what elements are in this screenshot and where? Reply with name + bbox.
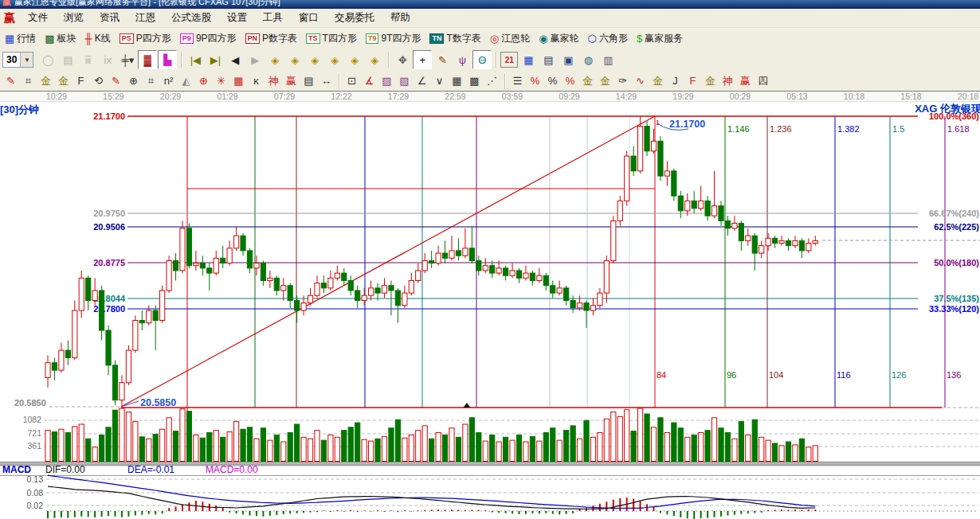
draw-tool-icon-18[interactable]: ▤: [300, 72, 317, 89]
draw-tool-icon-9[interactable]: ⌗: [143, 72, 159, 89]
menu-item-2[interactable]: 浏览: [56, 10, 92, 26]
toolbar-button-9p-square[interactable]: P99P四方形: [178, 31, 238, 46]
volume-bar: [806, 447, 811, 462]
menu-item-5[interactable]: 公式选股: [163, 10, 219, 26]
draw-tool-icon-35[interactable]: 金: [579, 72, 596, 89]
draw-tool-icon-31[interactable]: ☰: [509, 72, 526, 89]
nav-left-icon[interactable]: ◈: [265, 50, 284, 69]
toolbar-button-quotes[interactable]: ▦行情: [3, 31, 37, 46]
menu-item-6[interactable]: 设置: [219, 10, 255, 26]
volume-bar: [779, 446, 784, 462]
draw-tool-icon-38[interactable]: ∿: [632, 72, 649, 89]
nav-compress-icon[interactable]: ◈: [325, 50, 344, 69]
draw-tool-icon-1[interactable]: ✎: [2, 72, 19, 89]
price-chart-canvas[interactable]: 841.146961.2361041.3821161.51261.6181362…: [0, 102, 980, 519]
toolbar-button-hexagon[interactable]: ⬡六角形: [586, 31, 629, 46]
toolbar-button-t-number-table[interactable]: TNT数字表: [428, 31, 482, 46]
toolbar-button-winner-service[interactable]: $赢家服务: [635, 31, 684, 46]
draw-tool-icon-3[interactable]: 金: [37, 72, 54, 89]
chart-area[interactable]: 841.146961.2361041.3821161.51261.6181362…: [0, 102, 980, 519]
pan-hand-icon[interactable]: ✥: [393, 50, 412, 69]
draw-tool-icon-43[interactable]: 神: [719, 72, 736, 89]
draw-tool-icon-15[interactable]: ĸ: [248, 72, 265, 89]
toolbar-button-p-number-table[interactable]: PNP数字表: [244, 31, 300, 46]
draw-tool-icon-34[interactable]: %: [562, 72, 578, 89]
draw-tool-icon-41[interactable]: F: [684, 72, 701, 89]
smart-analysis-icon[interactable]: Θ: [472, 50, 492, 69]
toolbar-button-gann-wheel[interactable]: ◎江恩轮: [488, 31, 531, 46]
menu-item-7[interactable]: 工具: [255, 10, 291, 26]
page-prev-icon[interactable]: ◀: [225, 50, 245, 69]
toolbar-button-9t-square[interactable]: T99T四方形: [364, 31, 423, 46]
network-icon[interactable]: ◍: [578, 50, 598, 69]
draw-tool-icon-25[interactable]: ∠: [414, 72, 430, 89]
draw-tool-icon-23[interactable]: ▨: [378, 72, 395, 89]
pencil-tool-icon[interactable]: ✎: [433, 50, 452, 69]
draw-tool-icon-17[interactable]: 赢: [283, 72, 300, 89]
print-icon[interactable]: ▥: [598, 50, 617, 69]
draw-tool-icon-32[interactable]: %: [527, 72, 543, 89]
draw-tool-icon-33[interactable]: %: [544, 72, 561, 89]
chip-distribution-icon[interactable]: ▓: [138, 50, 157, 69]
draw-tool-icon-19[interactable]: ↔: [318, 72, 335, 89]
calendar-icon[interactable]: 21: [500, 52, 518, 68]
nav-right-icon[interactable]: ◈: [285, 50, 304, 69]
draw-tool-icon-27[interactable]: ▦: [449, 72, 465, 89]
draw-tool-icon-24[interactable]: ▧: [396, 72, 413, 89]
draw-tool-icon-21[interactable]: ⊡: [343, 72, 360, 89]
zoom-in-icon[interactable]: ◈: [345, 50, 364, 69]
draw-tool-icon-7[interactable]: ✎: [108, 72, 124, 89]
draw-tool-icon-28[interactable]: ▩: [466, 72, 483, 89]
gann-tool-icon[interactable]: ψ: [453, 50, 472, 69]
calculator-icon[interactable]: ▦: [519, 50, 538, 69]
draw-tool-icon-40[interactable]: J: [667, 72, 684, 89]
menu-item-10[interactable]: 帮助: [382, 10, 418, 26]
notes-icon[interactable]: ▤: [539, 50, 558, 69]
nav-expand-icon[interactable]: ◈: [305, 50, 324, 69]
menu-item-8[interactable]: 窗口: [291, 10, 327, 26]
draw-tool-icon-11[interactable]: ◭: [178, 72, 194, 89]
candle: [739, 224, 743, 241]
draw-tool-icon-13[interactable]: ✳: [213, 72, 229, 89]
period-combo[interactable]: 30▼: [2, 52, 33, 68]
zoom-out-icon[interactable]: ◈: [365, 50, 384, 69]
title-bar[interactable]: 赢赢家江恩专业版[赢家网络服务平台] - [伦敦银现 CFXAG 107[30]…: [0, 0, 980, 9]
page-next-icon[interactable]: ▶: [245, 50, 265, 69]
draw-tool-icon-37[interactable]: ✑: [614, 72, 631, 89]
draw-tool-icon-6[interactable]: ⟲: [90, 72, 107, 89]
toolbar-button-t-square[interactable]: TST四方形: [304, 31, 359, 46]
toolbar-button-kline[interactable]: ╫K线: [84, 31, 112, 46]
draw-tool-icon-8[interactable]: ⊕: [125, 72, 142, 89]
draw-tool-icon-16[interactable]: 神: [265, 72, 282, 89]
toolbar-button-winner-wheel[interactable]: ◉赢家轮: [537, 31, 580, 46]
volume-bar: [92, 447, 97, 462]
save-icon[interactable]: ▣: [559, 50, 578, 69]
chevron-down-icon[interactable]: ▼: [20, 53, 33, 67]
draw-tool-icon-10[interactable]: n²: [160, 72, 177, 89]
menu-item-3[interactable]: 资讯: [92, 10, 127, 26]
period-value: 30: [6, 54, 17, 65]
volume-profile-icon[interactable]: ▙: [158, 50, 177, 69]
draw-tool-icon-5[interactable]: F: [73, 72, 89, 89]
draw-tool-icon-12[interactable]: ⊕: [195, 72, 212, 89]
last-page-icon[interactable]: ▶|: [206, 50, 225, 69]
menu-item-9[interactable]: 交易委托: [327, 10, 382, 26]
draw-tool-icon-42[interactable]: 金: [702, 72, 719, 89]
draw-tool-icon-29[interactable]: ⋰: [484, 72, 500, 89]
draw-tool-icon-44[interactable]: 赢: [737, 72, 754, 89]
draw-tool-icon-4[interactable]: 金: [55, 72, 72, 89]
draw-tool-icon-45[interactable]: 四: [755, 72, 771, 89]
candle-style-icon[interactable]: ╪▾: [118, 50, 137, 69]
draw-tool-icon-14[interactable]: ▦: [230, 72, 247, 89]
draw-tool-icon-36[interactable]: 金: [597, 72, 613, 89]
first-page-icon[interactable]: |◀: [186, 50, 205, 69]
draw-tool-icon-2[interactable]: ⌗: [20, 72, 37, 89]
crosshair-icon[interactable]: +: [413, 50, 432, 69]
menu-item-4[interactable]: 江恩: [127, 10, 163, 26]
toolbar-button-sectors[interactable]: ▩板块: [43, 31, 77, 46]
menu-item-1[interactable]: 文件: [20, 10, 56, 26]
toolbar-button-p-square[interactable]: PSP四方形: [118, 31, 173, 46]
draw-tool-icon-22[interactable]: ∡: [361, 72, 378, 89]
draw-tool-icon-26[interactable]: ∨: [431, 72, 448, 89]
draw-tool-icon-39[interactable]: 金: [649, 72, 666, 89]
